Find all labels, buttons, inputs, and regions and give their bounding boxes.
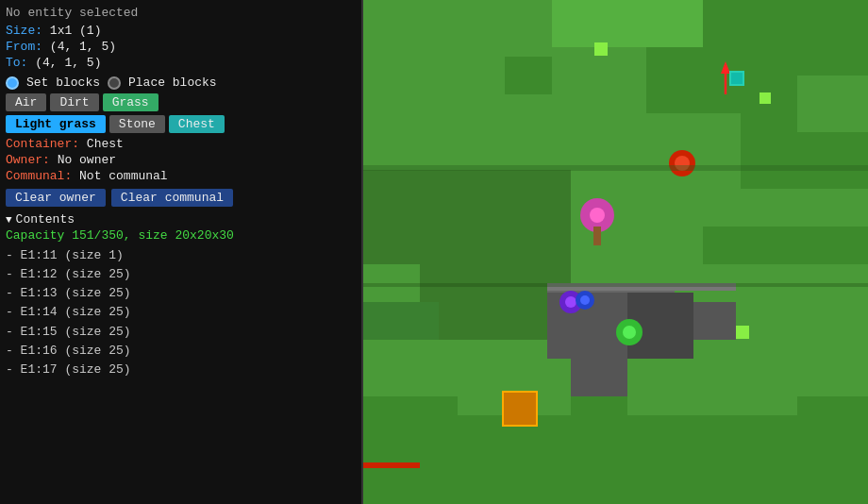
svg-rect-23 — [503, 392, 537, 426]
communal-label: Communal: — [6, 169, 72, 183]
svg-rect-5 — [552, 0, 703, 47]
svg-rect-22 — [736, 326, 749, 339]
block-mode-row: Set blocks Place blocks — [6, 76, 356, 90]
svg-point-36 — [565, 296, 576, 308]
action-btn-row: Clear owner Clear communal — [6, 189, 356, 207]
contents-header: ▼ Contents — [6, 212, 356, 227]
communal-value: Not communal — [79, 169, 168, 183]
place-blocks-radio[interactable] — [108, 76, 121, 90]
size-line: Size: 1x1 (1) — [6, 24, 356, 38]
clear-communal-button[interactable]: Clear communal — [111, 189, 233, 207]
set-blocks-radio[interactable] — [6, 76, 19, 90]
list-item: - E1:15 (size 25) — [6, 323, 356, 342]
svg-rect-7 — [797, 76, 868, 132]
svg-rect-19 — [363, 340, 476, 378]
svg-rect-14 — [722, 189, 868, 227]
svg-rect-15 — [703, 227, 868, 264]
list-item: - E1:11 (size 1) — [6, 246, 356, 265]
list-item: - E1:17 (size 25) — [6, 361, 356, 379]
btn-light-grass[interactable]: Light grass — [6, 115, 106, 133]
svg-rect-43 — [363, 283, 868, 287]
items-list: - E1:11 (size 1)- E1:12 (size 25)- E1:13… — [6, 246, 356, 379]
from-value: (4, 1, 5) — [50, 40, 116, 54]
btn-chest[interactable]: Chest — [169, 115, 225, 133]
owner-label: Owner: — [6, 153, 50, 167]
from-label: From: — [6, 40, 42, 54]
to-value: (4, 1, 5) — [35, 56, 101, 70]
btn-stone[interactable]: Stone — [109, 115, 165, 133]
btn-dirt[interactable]: Dirt — [50, 93, 98, 111]
list-item: - E1:14 (size 25) — [6, 303, 356, 322]
svg-point-38 — [580, 295, 590, 305]
svg-rect-41 — [363, 462, 420, 468]
place-blocks-label: Place blocks — [128, 76, 217, 90]
map-panel[interactable] — [363, 0, 868, 504]
owner-line: Owner: No owner — [6, 153, 356, 167]
size-label: Size: — [6, 24, 42, 38]
svg-rect-18 — [363, 302, 439, 340]
block-type-row-2: Light grass Stone Chest — [6, 115, 356, 133]
owner-value: No owner — [58, 153, 116, 167]
svg-rect-32 — [731, 73, 743, 84]
to-line: To: (4, 1, 5) — [6, 56, 356, 70]
communal-line: Communal: Not communal — [6, 169, 356, 183]
container-line: Container: Chest — [6, 137, 356, 151]
svg-rect-42 — [363, 165, 868, 171]
btn-air[interactable]: Air — [6, 93, 46, 111]
list-item: - E1:16 (size 25) — [6, 342, 356, 361]
contents-label: Contents — [16, 212, 75, 227]
capacity-line: Capacity 151/350, size 20x20x30 — [6, 228, 356, 243]
container-label: Container: — [6, 137, 79, 151]
clear-owner-button[interactable]: Clear owner — [6, 189, 106, 207]
list-item: - E1:12 (size 25) — [6, 265, 356, 284]
svg-point-27 — [590, 208, 605, 223]
svg-rect-20 — [594, 42, 608, 56]
btn-grass[interactable]: Grass — [103, 93, 159, 111]
svg-rect-28 — [593, 227, 601, 245]
container-value: Chest — [87, 137, 124, 151]
set-blocks-label: Set blocks — [26, 76, 100, 90]
no-entity-label: No entity selected — [6, 6, 356, 20]
block-type-row-1: Air Dirt Grass — [6, 93, 356, 111]
svg-point-40 — [623, 326, 636, 339]
from-line: From: (4, 1, 5) — [6, 40, 356, 54]
triangle-icon: ▼ — [6, 214, 12, 226]
left-panel: No entity selected Size: 1x1 (1) From: (… — [0, 0, 363, 504]
size-value: 1x1 (1) — [50, 24, 102, 38]
list-item: - E1:13 (size 25) — [6, 284, 356, 303]
to-label: To: — [6, 56, 27, 70]
svg-rect-21 — [760, 92, 771, 104]
